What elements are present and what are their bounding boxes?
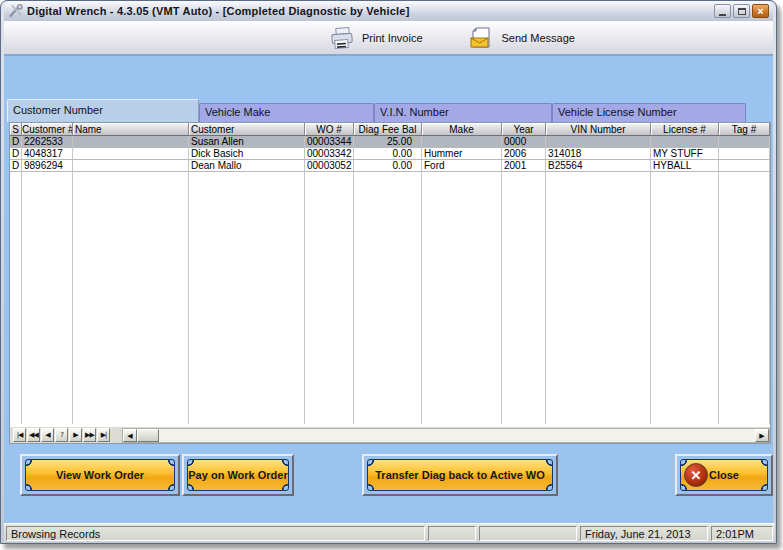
table-cell [719,136,770,148]
view-work-order-button[interactable]: View Work Order [25,459,175,491]
table-cell [719,148,770,160]
transfer-diag-button[interactable]: Transfer Diag back to Active WO [367,459,553,491]
table-cell: 4048317 [22,148,73,160]
minimize-button[interactable] [714,4,731,18]
maximize-button[interactable] [733,4,750,18]
table-cell: 2006 [502,148,546,160]
table-cell: 2262533 [22,136,73,148]
table-cell: B25564 [546,160,651,172]
table-cell: Dick Basich [189,148,305,160]
diagnostic-grid: SCustomer #NameCustomerWO #Diag Fee BalM… [9,122,771,427]
app-window: Digital Wrench - 4.3.05 (VMT Auto) - [Co… [0,0,777,544]
column-header: Make [422,123,502,136]
table-cell: HYBALL [651,160,719,172]
table-cell [73,160,189,172]
table-cell: 00003052 [305,160,354,172]
grid-header-row: SCustomer #NameCustomerWO #Diag Fee BalM… [10,123,770,136]
table-cell: Ford [422,160,502,172]
column-header: License # [651,123,719,136]
close-x-icon: ✕ [684,463,708,487]
table-cell: 0.00 [354,160,422,172]
table-row[interactable]: D2262533Susan Allen0000334425.000000 [10,136,770,148]
table-cell [422,136,502,148]
table-cell: 314018 [546,148,651,160]
column-header: Diag Fee Bal [354,123,422,136]
send-message-label: Send Message [502,32,575,44]
empty-grid-area [10,172,770,424]
close-label: Close [709,469,739,481]
table-cell: D [10,148,22,160]
nav-prior-button[interactable]: ◀ [41,428,54,442]
status-panel-empty-1 [428,526,476,541]
table-cell: MY STUFF [651,148,719,160]
window-close-button[interactable]: × [752,4,769,18]
table-cell: Susan Allen [189,136,305,148]
table-cell: 9896294 [22,160,73,172]
title-bar[interactable]: Digital Wrench - 4.3.05 (VMT Auto) - [Co… [4,1,773,21]
nav-help-button[interactable]: ? [55,428,68,442]
wrench-icon [8,4,23,18]
table-cell: 00003344 [305,136,354,148]
scroll-left-button[interactable]: ◀ [123,429,137,442]
table-cell: D [10,136,22,148]
print-invoice-button[interactable]: Print Invoice [329,26,423,50]
pay-on-work-order-button[interactable]: Pay on Work Order [187,459,289,491]
pay-on-work-order-label: Pay on Work Order [188,469,287,481]
record-navigator: |◀◀◀◀?▶▶▶▶| [10,428,110,442]
table-cell [73,148,189,160]
tab-v-i-n-number[interactable]: V.I.N. Number [374,103,552,122]
tab-bar: Customer NumberVehicle MakeV.I.N. Number… [7,99,746,122]
column-header: S [10,123,22,136]
status-date: Friday, June 21, 2013 [580,526,708,541]
status-message: Browsing Records [6,526,425,541]
table-cell: Dean Mallo [189,160,305,172]
table-row[interactable]: D9896294Dean Mallo000030520.00Ford2001B2… [10,160,770,172]
close-button[interactable]: ✕ Close [680,459,768,491]
column-header: Year [502,123,546,136]
grid-footer: |◀◀◀◀?▶▶▶▶| ◀ ▶ [9,427,771,444]
column-header: Tag # [719,123,770,136]
scrollbar-track[interactable] [159,429,755,442]
view-work-order-label: View Work Order [56,469,144,481]
table-cell: 2001 [502,160,546,172]
table-cell: D [10,160,22,172]
window-title: Digital Wrench - 4.3.05 (VMT Auto) - [Co… [27,5,710,17]
table-cell [651,136,719,148]
table-cell [546,136,651,148]
table-cell: 0.00 [354,148,422,160]
nav-last-button[interactable]: ▶| [97,428,110,442]
nav-first-button[interactable]: |◀ [13,428,26,442]
status-time: 2:01PM [711,526,773,541]
table-cell: 25.00 [354,136,422,148]
column-header: Customer [189,123,305,136]
column-header: VIN Number [546,123,651,136]
column-header: Name [73,123,189,136]
send-message-icon [469,26,495,50]
action-button-row: View Work Order Pay on Work Order Transf… [4,454,775,498]
grid-table: SCustomer #NameCustomerWO #Diag Fee BalM… [10,123,770,424]
table-cell: 0000 [502,136,546,148]
column-header: Customer # [22,123,73,136]
printer-icon [329,26,355,50]
table-cell: Hummer [422,148,502,160]
scroll-right-button[interactable]: ▶ [755,429,769,442]
nav-rewind-button[interactable]: ◀◀ [27,428,40,442]
table-cell: 00003342 [305,148,354,160]
nav-next-button[interactable]: ▶ [69,428,82,442]
status-bar: Browsing Records Friday, June 21, 2013 2… [4,523,775,542]
tab-customer-number[interactable]: Customer Number [7,99,199,122]
column-header: WO # [305,123,354,136]
send-message-button[interactable]: Send Message [469,26,575,50]
tab-vehicle-license-number[interactable]: Vehicle License Number [552,103,746,122]
nav-forward-button[interactable]: ▶▶ [83,428,96,442]
transfer-diag-label: Transfer Diag back to Active WO [375,469,545,481]
status-panel-empty-2 [479,526,577,541]
table-row[interactable]: D4048317Dick Basich000033420.00Hummer200… [10,148,770,160]
print-invoice-label: Print Invoice [362,32,423,44]
horizontal-scrollbar[interactable]: ◀ ▶ [122,428,770,443]
scrollbar-thumb[interactable] [137,429,159,442]
toolbar: Print Invoice Send Message [4,21,773,56]
tab-vehicle-make[interactable]: Vehicle Make [199,103,374,122]
table-cell [73,136,189,148]
client-area: Customer NumberVehicle MakeV.I.N. Number… [4,56,773,542]
